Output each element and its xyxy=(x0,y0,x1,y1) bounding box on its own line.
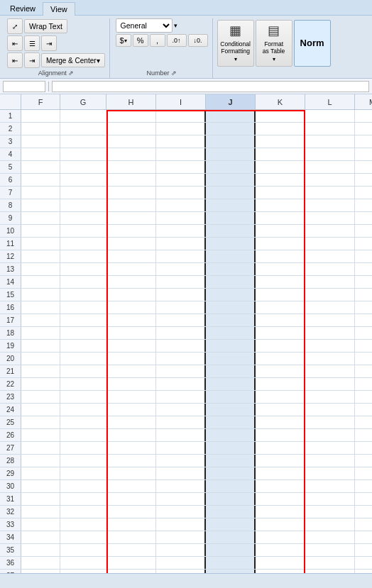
grid-cell[interactable] xyxy=(206,250,256,262)
grid-cell[interactable] xyxy=(256,544,305,556)
grid-cell[interactable] xyxy=(305,416,355,428)
grid-cell[interactable] xyxy=(305,570,355,573)
grid-cell[interactable] xyxy=(156,365,206,377)
grid-cell[interactable] xyxy=(256,289,305,301)
grid-cell[interactable] xyxy=(21,416,60,428)
grid-cell[interactable] xyxy=(156,480,206,492)
grid-cell[interactable] xyxy=(206,493,256,505)
grid-cell[interactable] xyxy=(355,327,372,339)
grid-cell[interactable] xyxy=(305,250,355,262)
grid-cell[interactable] xyxy=(206,544,256,556)
decrease-decimal-button[interactable]: ↓0. xyxy=(188,34,208,47)
grid-cell[interactable] xyxy=(156,314,206,326)
grid-cell[interactable] xyxy=(355,544,372,556)
grid-cell[interactable] xyxy=(106,404,156,416)
grid-cell[interactable] xyxy=(21,353,60,365)
grid-cell[interactable] xyxy=(60,199,106,211)
wrap-text-button[interactable]: Wrap Text xyxy=(24,19,67,33)
grid-cell[interactable] xyxy=(156,506,206,518)
grid-cell[interactable] xyxy=(206,263,256,275)
grid-cell[interactable] xyxy=(60,276,106,288)
grid-cell[interactable] xyxy=(305,289,355,301)
grid-cell[interactable] xyxy=(355,429,372,441)
grid-cell[interactable] xyxy=(106,314,156,326)
grid-cell[interactable] xyxy=(60,174,106,186)
grid-cell[interactable] xyxy=(305,199,355,211)
grid-cell[interactable] xyxy=(305,404,355,416)
grid-cell[interactable] xyxy=(156,557,206,569)
grid-cell[interactable] xyxy=(106,365,156,377)
grid-cell[interactable] xyxy=(60,301,106,314)
grid-cell[interactable] xyxy=(21,289,60,301)
grid-cell[interactable] xyxy=(206,238,256,250)
grid-cell[interactable] xyxy=(156,416,206,428)
grid-cell[interactable] xyxy=(106,110,156,122)
grid-cell[interactable] xyxy=(305,174,355,186)
grid-cell[interactable] xyxy=(156,570,206,573)
grid-cell[interactable] xyxy=(305,518,355,531)
grid-cell[interactable] xyxy=(60,429,106,441)
grid-cell[interactable] xyxy=(21,135,60,148)
grid-cell[interactable] xyxy=(305,276,355,288)
grid-cell[interactable] xyxy=(206,225,256,237)
grid-cell[interactable] xyxy=(355,225,372,237)
grid-cell[interactable] xyxy=(60,110,106,122)
alignment-expand-icon[interactable]: ⇗ xyxy=(68,70,74,77)
col-header-I[interactable]: I xyxy=(156,94,206,109)
grid-cell[interactable] xyxy=(21,314,60,326)
grid-cell[interactable] xyxy=(355,187,372,199)
grid-cell[interactable] xyxy=(256,391,305,403)
orientation-button[interactable]: ⤢ xyxy=(7,18,23,34)
grid-cell[interactable] xyxy=(60,467,106,479)
grid-cell[interactable] xyxy=(305,391,355,403)
grid-cell[interactable] xyxy=(21,301,60,314)
grid-cell[interactable] xyxy=(156,187,206,199)
grid-cell[interactable] xyxy=(206,531,256,543)
grid-cell[interactable] xyxy=(256,123,305,135)
grid-cell[interactable] xyxy=(206,365,256,377)
grid-cell[interactable] xyxy=(21,123,60,135)
grid-cell[interactable] xyxy=(305,148,355,160)
grid-cell[interactable] xyxy=(21,340,60,352)
grid-cell[interactable] xyxy=(21,148,60,160)
grid-cell[interactable] xyxy=(355,250,372,262)
grid-cell[interactable] xyxy=(21,327,60,339)
grid-cell[interactable] xyxy=(21,391,60,403)
grid-cell[interactable] xyxy=(305,480,355,492)
grid-cell[interactable] xyxy=(21,365,60,377)
grid-cell[interactable] xyxy=(305,353,355,365)
grid-cell[interactable] xyxy=(256,340,305,352)
grid-cell[interactable] xyxy=(156,199,206,211)
align-center-button[interactable]: ☰ xyxy=(24,35,40,51)
grid-cell[interactable] xyxy=(256,570,305,573)
grid-cell[interactable] xyxy=(21,506,60,518)
grid-cell[interactable] xyxy=(256,135,305,148)
grid-cell[interactable] xyxy=(60,570,106,573)
grid-cell[interactable] xyxy=(21,570,60,573)
grid-cell[interactable] xyxy=(106,187,156,199)
grid-cell[interactable] xyxy=(206,340,256,352)
number-format-select[interactable]: General xyxy=(116,18,173,33)
grid-cell[interactable] xyxy=(60,557,106,569)
col-header-J[interactable]: J xyxy=(206,94,256,109)
grid-cell[interactable] xyxy=(305,365,355,377)
grid-cell[interactable] xyxy=(355,442,372,454)
grid-cell[interactable] xyxy=(305,378,355,390)
grid-cell[interactable] xyxy=(21,212,60,224)
grid-cell[interactable] xyxy=(156,289,206,301)
grid-cell[interactable] xyxy=(60,518,106,531)
grid-cell[interactable] xyxy=(206,442,256,454)
grid-cell[interactable] xyxy=(60,263,106,275)
grid-cell[interactable] xyxy=(206,416,256,428)
grid-cell[interactable] xyxy=(206,327,256,339)
grid-cell[interactable] xyxy=(355,570,372,573)
grid-cell[interactable] xyxy=(156,110,206,122)
grid-cell[interactable] xyxy=(106,429,156,441)
grid-cell[interactable] xyxy=(256,404,305,416)
grid-cell[interactable] xyxy=(156,544,206,556)
grid-cell[interactable] xyxy=(60,353,106,365)
grid-cell[interactable] xyxy=(305,314,355,326)
grid-cell[interactable] xyxy=(355,404,372,416)
grid-cell[interactable] xyxy=(256,174,305,186)
grid-cell[interactable] xyxy=(60,187,106,199)
